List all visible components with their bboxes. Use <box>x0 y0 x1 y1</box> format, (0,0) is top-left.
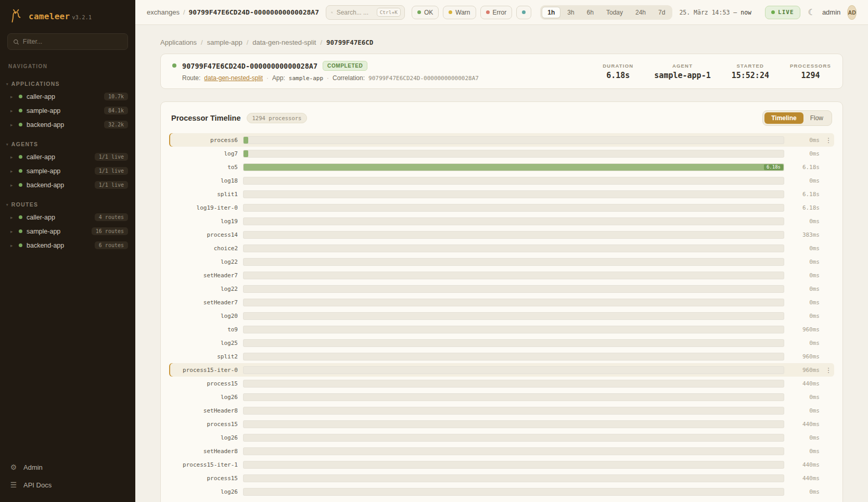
sidebar-item-label: caller-app <box>27 153 55 161</box>
timeline-row[interactable]: setHeader8 0ms ⋮ <box>169 404 834 417</box>
timeline-row[interactable]: log26 0ms ⋮ <box>169 431 834 444</box>
timeline-view-button[interactable]: Timeline <box>764 112 803 124</box>
sidebar-item[interactable]: sample-app 1/1 live <box>0 164 135 178</box>
main-content: Applications / sample-app / data-gen-nes… <box>135 25 868 502</box>
timeline-row[interactable]: log25 0ms ⋮ <box>169 336 834 350</box>
time-range-button[interactable]: 7d <box>653 7 671 18</box>
sidebar-item[interactable]: sample-app 84.1k <box>0 104 135 118</box>
timeline-row[interactable]: process6 0ms ⋮ <box>169 133 834 147</box>
sidebar-item[interactable]: backend-app 1/1 live <box>0 178 135 192</box>
sidebar-item[interactable]: caller-app 4 routes <box>0 210 135 224</box>
sidebar-filter-input[interactable] <box>23 38 122 45</box>
meta-separator: · <box>327 74 329 82</box>
timeline-row[interactable]: split2 960ms ⋮ <box>169 350 834 363</box>
expand-caret-icon[interactable] <box>10 229 15 234</box>
status-filter-pill[interactable]: Error <box>480 6 513 19</box>
timeline-row[interactable]: to5 6.18s 6.18s ⋮ <box>169 160 834 174</box>
expand-caret-icon[interactable] <box>10 169 15 174</box>
timeline-row[interactable]: log7 0ms ⋮ <box>169 147 834 160</box>
timeline-row[interactable]: log20 0ms ⋮ <box>169 309 834 323</box>
search-input[interactable] <box>337 9 373 16</box>
status-dot-icon <box>19 169 22 173</box>
kebab-menu-icon[interactable]: ⋮ <box>825 366 832 374</box>
header-breadcrumb: exchanges / 90799F47E6CD24D-000000000000… <box>147 8 319 16</box>
expand-caret-icon[interactable] <box>10 122 15 127</box>
sidebar-item-label: caller-app <box>27 93 55 100</box>
kebab-menu-icon[interactable]: ⋮ <box>825 136 832 144</box>
sidebar: cameleerv3.2.1 NAVIGATION APPLICATIONS c… <box>0 0 135 502</box>
timeline-row[interactable]: to9 960ms ⋮ <box>169 323 834 336</box>
time-range-button[interactable]: 1h <box>542 7 560 18</box>
timeline-row[interactable]: choice2 0ms ⋮ <box>169 241 834 255</box>
section-title-routes[interactable]: ROUTES <box>0 199 135 210</box>
timeline-bar-track <box>243 393 784 401</box>
status-filter-pill[interactable]: OK <box>412 6 439 19</box>
timeline-row[interactable]: log26 0ms ⋮ <box>169 485 834 498</box>
timeline-bar-track <box>243 204 784 212</box>
timeline-row[interactable]: setHeader8 0ms ⋮ <box>169 444 834 458</box>
sidebar-item[interactable]: backend-app 32.2k <box>0 118 135 132</box>
stat: AGENT sample-app-1 <box>654 63 710 80</box>
timeline-row[interactable]: log22 0ms ⋮ <box>169 255 834 268</box>
sidebar-item[interactable]: caller-app 10.7k <box>0 89 135 104</box>
breadcrumb-route[interactable]: data-gen-nested-split <box>252 38 316 46</box>
status-filter-pill[interactable] <box>516 6 531 19</box>
flow-view-button[interactable]: Flow <box>803 112 830 124</box>
breadcrumb-applications[interactable]: Applications <box>160 38 197 46</box>
routes-list: caller-app 4 routes sample-app 16 routes… <box>0 210 135 252</box>
sidebar-item-admin[interactable]: ⚙ Admin <box>0 458 135 476</box>
live-toggle[interactable]: LIVE <box>765 6 800 19</box>
time-range-button[interactable]: 6h <box>581 7 599 18</box>
timeline-row[interactable]: log26 0ms ⋮ <box>169 390 834 404</box>
status-dot-icon <box>19 123 22 126</box>
processor-name: log18 <box>172 177 238 184</box>
timeline-row[interactable]: process14 383ms ⋮ <box>169 228 834 241</box>
timeline-row[interactable]: process15 440ms ⋮ <box>169 377 834 390</box>
timeline-row[interactable]: log22 0ms ⋮ <box>169 282 834 295</box>
processor-name: process15 <box>172 475 238 482</box>
time-range-button[interactable]: 24h <box>630 7 652 18</box>
timeline-row[interactable]: setHeader7 0ms ⋮ <box>169 295 834 309</box>
timeline-row[interactable]: log19 0ms ⋮ <box>169 214 834 228</box>
processor-name: log26 <box>172 488 238 495</box>
timeline-row[interactable]: process15 440ms ⋮ <box>169 471 834 485</box>
time-range-label: 7d <box>658 9 665 16</box>
processor-name: log7 <box>172 150 238 157</box>
timeline-row[interactable]: setHeader7 0ms ⋮ <box>169 268 834 282</box>
route-link[interactable]: data-gen-nested-split <box>204 74 263 82</box>
processor-name: to9 <box>172 326 238 333</box>
status-filter-pill[interactable]: Warn <box>443 6 476 19</box>
sidebar-item[interactable]: backend-app 6 routes <box>0 238 135 252</box>
expand-caret-icon[interactable] <box>10 155 15 160</box>
section-title-applications[interactable]: APPLICATIONS <box>0 79 135 89</box>
time-range-button[interactable]: Today <box>601 7 629 18</box>
timeline-row[interactable]: process15 440ms ⋮ <box>169 417 834 431</box>
dark-mode-toggle[interactable]: ☾ <box>808 7 815 17</box>
moon-icon: ☾ <box>808 8 815 17</box>
expand-caret-icon[interactable] <box>10 94 15 99</box>
timeline-row[interactable]: log18 0ms ⋮ <box>169 174 834 187</box>
timeline-row[interactable]: log19-iter-0 6.18s ⋮ <box>169 201 834 214</box>
date-range-separator: — <box>733 9 737 16</box>
timeline-row[interactable]: process15-iter-0 960ms ⋮ <box>169 363 834 377</box>
expand-caret-icon[interactable] <box>10 243 15 248</box>
date-range[interactable]: 25. März 14:53 — now <box>679 9 751 16</box>
expand-caret-icon[interactable] <box>10 183 15 188</box>
breadcrumb-current: 90799F47E6CD <box>326 38 373 46</box>
time-range-button[interactable]: 3h <box>561 7 580 18</box>
breadcrumb-separator: / <box>320 38 322 46</box>
sidebar-item[interactable]: sample-app 16 routes <box>0 224 135 238</box>
sidebar-item-api-docs[interactable]: ☰ API Docs <box>0 476 135 494</box>
timeline-row[interactable]: split1 6.18s ⋮ <box>169 187 834 201</box>
breadcrumb-exchanges[interactable]: exchanges <box>147 8 180 16</box>
row-duration: 0ms <box>789 488 820 495</box>
expand-caret-icon[interactable] <box>10 215 15 220</box>
user-avatar[interactable]: AD <box>847 5 857 20</box>
breadcrumb-sample-app[interactable]: sample-app <box>207 38 242 46</box>
row-duration: 0ms <box>789 299 820 306</box>
timeline-row[interactable]: process15-iter-1 440ms ⋮ <box>169 458 834 471</box>
search-box[interactable]: Ctrl+K <box>326 5 405 20</box>
expand-caret-icon[interactable] <box>10 108 15 113</box>
section-title-agents[interactable]: AGENTS <box>0 139 135 150</box>
sidebar-item[interactable]: caller-app 1/1 live <box>0 150 135 164</box>
